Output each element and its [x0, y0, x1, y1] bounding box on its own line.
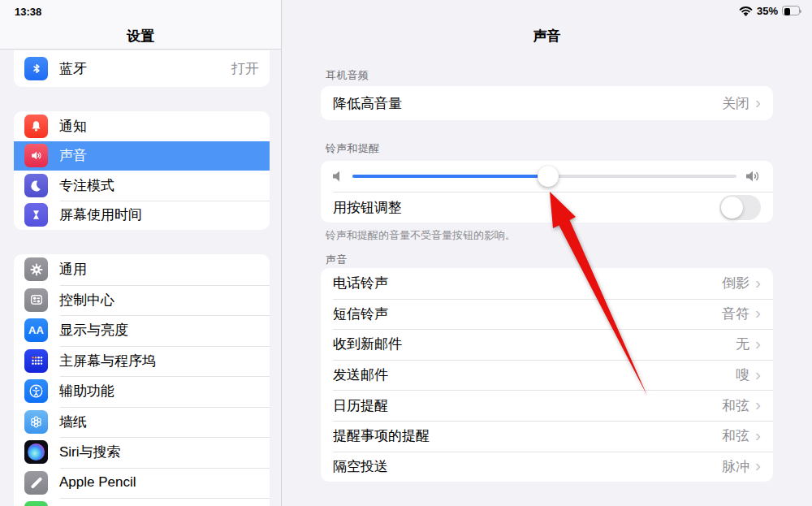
row-value: 嗖	[736, 365, 749, 384]
sidebar-item-general[interactable]: 通用	[14, 254, 270, 285]
app-grid-icon	[24, 349, 48, 373]
sidebar-item-label: 通知	[59, 117, 87, 136]
bell-icon	[24, 115, 48, 138]
moon-icon	[24, 174, 48, 197]
ringtone-row[interactable]: 电话铃声 倒影 ›	[321, 268, 773, 299]
sounds-card: 电话铃声 倒影 › 短信铃声 音符 › 收到新邮件 无 › 发送邮件 嗖 › 日…	[321, 268, 773, 482]
sidebar-item-notifications[interactable]: 通知	[14, 111, 270, 141]
toggle-knob	[721, 197, 743, 218]
ringer-footnote: 铃声和提醒的音量不受音量按钮的影响。	[326, 228, 516, 243]
row-label: 提醒事项的提醒	[333, 426, 430, 445]
settings-app: 13:38 35% 设置 蓝牙 打开	[0, 0, 812, 506]
sidebar-item-label: 屏幕使用时间	[59, 205, 142, 224]
sidebar-item-wallpaper[interactable]: 墙纸	[14, 407, 270, 438]
row-value: 音符	[722, 305, 749, 323]
sidebar-item-partial[interactable]	[14, 498, 270, 506]
sidebar-item-label: 显示与亮度	[59, 321, 128, 339]
chevron-right-icon: ›	[755, 304, 761, 321]
chevron-right-icon: ›	[755, 93, 761, 110]
sidebar-item-label: 通用	[59, 260, 87, 279]
reminder-alerts-row[interactable]: 提醒事项的提醒 和弦 ›	[321, 421, 773, 452]
sent-mail-row[interactable]: 发送邮件 嗖 ›	[321, 360, 773, 391]
sidebar-item-sounds[interactable]: 声音	[14, 141, 270, 171]
sidebar-item-label: 声音	[59, 146, 87, 165]
hourglass-icon	[24, 203, 48, 227]
row-label: 用按钮调整	[333, 198, 402, 217]
battery-percent: 35%	[757, 5, 778, 17]
chevron-right-icon: ›	[755, 396, 761, 413]
sidebar-card-radios: 蓝牙 打开	[14, 50, 270, 87]
chevron-right-icon: ›	[755, 456, 761, 474]
sidebar-item-siri-search[interactable]: Siri与搜索	[14, 437, 270, 468]
text-tone-row[interactable]: 短信铃声 音符 ›	[321, 299, 773, 330]
row-value: 无	[736, 335, 749, 353]
sidebar-item-label: Siri与搜索	[59, 443, 121, 461]
row-label: 电话铃声	[333, 274, 388, 292]
section-header-ringer-alerts: 铃声和提醒	[326, 141, 380, 156]
speaker-low-icon	[333, 171, 343, 182]
row-value: 和弦	[722, 426, 749, 445]
section-header-headphone-audio: 耳机音频	[326, 68, 369, 83]
ringer-alerts-card: 用按钮调整	[321, 161, 773, 223]
sidebar-item-label: 墙纸	[59, 413, 87, 431]
row-label: 日历提醒	[333, 396, 388, 415]
sidebar-item-label: 控制中心	[59, 291, 114, 309]
status-time: 13:38	[15, 6, 41, 18]
page-title: 声音	[282, 27, 812, 45]
speaker-icon	[24, 144, 48, 167]
row-value: 脉冲	[722, 457, 749, 476]
volume-slider-thumb[interactable]	[538, 166, 559, 187]
sidebar-item-label: 辅助功能	[59, 382, 114, 400]
volume-slider-fill	[352, 175, 548, 178]
row-label: 降低高音量	[333, 94, 402, 113]
wallpaper-icon	[24, 410, 48, 434]
sidebar-item-display-brightness[interactable]: AA 显示与亮度	[14, 315, 270, 346]
volume-slider-row	[321, 161, 773, 192]
sidebar-item-bluetooth[interactable]: 蓝牙 打开	[14, 50, 270, 87]
change-with-buttons-toggle[interactable]	[719, 195, 761, 220]
display-brightness-icon: AA	[24, 318, 48, 342]
row-label: 发送邮件	[333, 365, 388, 384]
battery-icon	[782, 6, 802, 16]
sidebar-item-value: 打开	[231, 59, 259, 78]
headphone-audio-card: 降低高音量 关闭 ›	[321, 86, 773, 120]
sidebar-item-label: Apple Pencil	[59, 474, 136, 491]
sidebar-header: 设置	[0, 0, 281, 50]
change-with-buttons-row: 用按钮调整	[321, 192, 773, 223]
calendar-alerts-row[interactable]: 日历提醒 和弦 ›	[321, 390, 773, 421]
airdrop-row[interactable]: 隔空投送 脉冲 ›	[321, 452, 773, 482]
row-value: 关闭	[722, 94, 749, 113]
chevron-right-icon: ›	[755, 426, 761, 443]
row-label: 隔空投送	[333, 457, 388, 476]
sidebar-item-home-screen-dock[interactable]: 主屏幕与程序坞	[14, 346, 270, 377]
chevron-right-icon: ›	[755, 365, 761, 383]
sidebar-card-alerts: 通知 声音 专注模式 屏幕使用时间	[14, 111, 270, 230]
sidebar-item-label: 专注模式	[59, 176, 114, 195]
sidebar-item-focus[interactable]: 专注模式	[14, 171, 270, 201]
accessibility-icon	[24, 379, 48, 403]
reduce-loud-sounds-row[interactable]: 降低高音量 关闭 ›	[321, 86, 773, 120]
chevron-right-icon: ›	[755, 335, 761, 352]
speaker-loud-icon	[746, 171, 761, 182]
row-label: 短信铃声	[333, 305, 388, 323]
sidebar-item-control-center[interactable]: 控制中心	[14, 285, 270, 316]
new-mail-row[interactable]: 收到新邮件 无 ›	[321, 329, 773, 360]
bluetooth-icon	[24, 57, 48, 80]
control-center-icon	[24, 288, 48, 312]
sidebar-item-screen-time[interactable]: 屏幕使用时间	[14, 201, 270, 231]
row-label: 收到新邮件	[333, 335, 402, 353]
row-value: 和弦	[722, 396, 749, 415]
wifi-icon	[739, 6, 753, 16]
sidebar-item-apple-pencil[interactable]: Apple Pencil	[14, 468, 270, 499]
chevron-right-icon: ›	[755, 274, 761, 291]
sidebar-card-general: 通用 控制中心 AA 显示与亮度	[14, 254, 270, 506]
sidebar-title: 设置	[0, 27, 281, 45]
gear-icon	[24, 257, 48, 281]
volume-slider[interactable]	[352, 175, 736, 178]
sidebar-item-accessibility[interactable]: 辅助功能	[14, 376, 270, 407]
row-value: 倒影	[722, 274, 749, 292]
sidebar: 设置 蓝牙 打开 通知 声音	[0, 0, 282, 506]
sidebar-item-label: 蓝牙	[59, 59, 87, 78]
pencil-icon	[24, 471, 48, 495]
section-header-sounds: 声音	[326, 253, 348, 267]
